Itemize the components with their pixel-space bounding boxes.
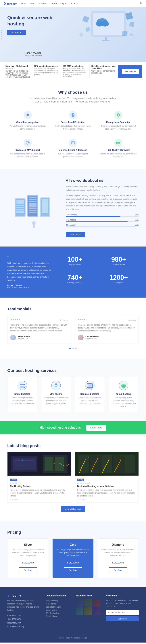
stat-happy-clients: 100+ Happy clients — [55, 256, 95, 270]
footer-link-2[interactable]: VPS Hosting — [46, 602, 70, 606]
why-moneyback-text: If you are unsatisfied with our services… — [100, 125, 137, 130]
search-icon[interactable] — [140, 2, 142, 5]
nav-contacts[interactable]: Contacts — [69, 2, 77, 5]
quote-mark: " — [7, 256, 51, 260]
instagram-thumb-5[interactable] — [84, 608, 92, 615]
about-content: A few words about us We're a world-class… — [66, 178, 139, 237]
stats-quote: " With more than 11 years in the hosting… — [7, 256, 51, 288]
blog-image-1 — [7, 452, 71, 476]
stats-customers-text: Our customers are highly satisfied with … — [34, 68, 59, 76]
blog-grid: Hostry By Samira Fyle The Hosting Option… — [7, 452, 139, 502]
navbar: HOSTRY Home About Services Careers Pages… — [0, 0, 146, 7]
blog-card-2: Hostry By Lawrence Dale Dedicated hostin… — [75, 452, 139, 502]
dot-2[interactable] — [73, 348, 74, 349]
svg-point-63 — [24, 384, 25, 385]
about-more-details-button[interactable]: More Details — [66, 232, 85, 237]
service-cloud-text: Cloud hosting makes websites accessible … — [112, 396, 136, 408]
pricing-gold-buy-button[interactable]: Buy Now — [64, 567, 82, 573]
svg-rect-85 — [13, 458, 36, 470]
instagram-thumb-2[interactable] — [84, 599, 92, 606]
instagram-thumb-1[interactable] — [76, 599, 83, 606]
footer-link-1[interactable]: Shared Hosting — [46, 599, 70, 602]
hero-section: Quick & secure web hosting Learn More 1-… — [0, 7, 146, 62]
about-text2: As a leading web hosting solutions compa… — [66, 194, 139, 211]
svg-rect-7 — [97, 24, 108, 26]
about-illustration — [7, 188, 58, 228]
testimonial-author-1: Peter Adams Regular Client — [10, 334, 68, 340]
instagram-thumb-3[interactable] — [93, 599, 100, 606]
author-name-1: Peter Adams — [18, 335, 30, 338]
logo[interactable]: HOSTRY — [4, 2, 18, 5]
svg-rect-12 — [125, 12, 133, 20]
footer-link-3[interactable]: Dedicated Servers — [46, 606, 70, 608]
pricing-silver-name: Silver — [11, 543, 45, 546]
why-support-text: Our professional support is always ready… — [9, 152, 46, 158]
testimonials-title: Testimonials — [7, 307, 139, 312]
instagram-thumb-4[interactable] — [76, 608, 83, 615]
stats-author-name: Roman Chanev CEO & Founder at Hostry — [7, 284, 51, 288]
why-support-title: Dedicated 24/7 Support — [9, 149, 46, 151]
why-email-text: We offer an email for a vast range of qu… — [54, 152, 91, 158]
pricing-silver-text: The perfect package plan for individual … — [11, 548, 45, 557]
progress-vps-label: VPS hosting — [66, 219, 76, 221]
svg-line-1 — [142, 4, 142, 4]
svg-rect-72 — [88, 388, 90, 388]
newsletter-email-input[interactable] — [106, 610, 139, 615]
progress-cloud-value: 75% — [135, 214, 139, 216]
testimonial-date-1: 2 days ago — [60, 319, 68, 321]
nav-home[interactable]: Home — [21, 2, 27, 5]
svg-rect-96 — [78, 455, 89, 473]
svg-point-18 — [79, 33, 83, 36]
stats-servers-title: More than 20 dedicated servers — [5, 65, 30, 69]
why-item-moneyback: $ Money-back Guarantee If you are unsati… — [98, 109, 139, 132]
testimonials-section: Testimonials ★★★★★ 2 days ago This is on… — [0, 298, 146, 359]
blog-meta-2: By Lawrence Dale — [77, 482, 136, 484]
svg-point-66 — [52, 381, 61, 390]
testimonial-text-1: This is one of the best web hosting comp… — [10, 324, 68, 332]
footer-link-5[interactable]: SSL Certificates — [46, 612, 70, 615]
nav-pages[interactable]: Pages — [60, 2, 66, 5]
statistics-section: " With more than 11 years in the hosting… — [0, 246, 146, 298]
stats-quote-text: With more than 11 years in the hosting i… — [7, 262, 51, 282]
svg-rect-37 — [16, 211, 24, 213]
nav-services[interactable]: Services — [38, 2, 47, 5]
svg-point-88 — [22, 460, 23, 461]
svg-rect-11 — [102, 40, 110, 41]
support-icon — [23, 139, 32, 147]
stars-1: ★★★★★ — [10, 318, 20, 321]
nav-careers[interactable]: Careers — [50, 2, 57, 5]
hero-text: Quick & secure web hosting Learn More 1-… — [7, 15, 58, 57]
cta-learn-more-button[interactable]: Learn more — [86, 425, 106, 430]
footer-newsletter-col: Newsletter Sign up to our newsletter to … — [106, 594, 139, 628]
footer-link-6[interactable]: Domain Names — [46, 615, 70, 618]
view-all-blog-button[interactable]: View all blog posts — [61, 506, 85, 512]
blog-tag-2: Hostry — [77, 478, 84, 481]
social-sidebar — [1, 30, 2, 39]
pricing-silver-buy-button[interactable]: Buy Now — [19, 567, 37, 573]
svg-rect-33 — [16, 202, 24, 204]
pricing-diamond-buy-button[interactable]: Buy Now — [109, 567, 127, 573]
why-cloudflare-text: We use Cloudflare integration to protect… — [9, 125, 46, 130]
price-period-silver: /mo — [30, 562, 34, 564]
hero-learn-more-button[interactable]: Learn More — [7, 30, 26, 35]
hardware-icon — [114, 139, 123, 147]
footer-newsletter-title: Newsletter — [106, 594, 139, 597]
svg-rect-55 — [42, 209, 48, 211]
stat-projects-value: 980+ — [99, 256, 139, 263]
stats-servers-text: Our servers are dedicated to serve the b… — [5, 70, 30, 78]
footer-link-4[interactable]: Cloud Hosting — [46, 608, 70, 612]
nav-about[interactable]: About — [30, 2, 36, 5]
testimonial-text-2: What can I say you don't do it? I think … — [78, 324, 136, 332]
dot-1[interactable] — [69, 348, 71, 349]
stat-employees: 1200+ Employees — [99, 274, 139, 288]
newsletter-subscribe-button[interactable]: Subscribe — [106, 616, 139, 621]
price-period-diamond: /mo — [120, 562, 124, 564]
instagram-thumb-6[interactable] — [93, 608, 100, 615]
footer-contact: +380 1234-1234 +380 1234-5678 info@hostr… — [7, 614, 40, 628]
get-quote-button[interactable]: Get a Quote — [122, 69, 139, 74]
dot-3[interactable] — [75, 348, 77, 349]
footer-phone2: +380 1234-5678 — [7, 618, 40, 621]
svg-rect-79 — [122, 386, 126, 387]
progress-bars: Cloud Hosting 75% VPS hosting 85% 24/7 S… — [66, 214, 139, 227]
svg-rect-46 — [29, 210, 36, 211]
